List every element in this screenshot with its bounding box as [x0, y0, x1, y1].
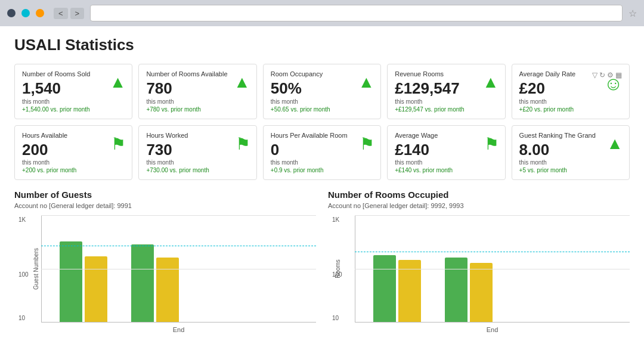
gridline-top-rooms	[355, 215, 630, 216]
rooms-chart-title: Number of Rooms Occupied	[328, 190, 630, 200]
stat-month-r2-0: this month	[22, 159, 125, 166]
stat-card-r1-4: Average Daily Rate ▽ ↻ ⚙ ▦ £20 ☺ this mo…	[512, 64, 630, 119]
dot-teal	[21, 9, 30, 17]
guests-chart-subtitle: Account no [General ledger detail]: 9991	[14, 202, 316, 209]
stat-change-r2-4: +5 vs. prior month	[519, 167, 622, 173]
flag-icon: ⚑	[484, 134, 499, 154]
page-title: USALI Statistics	[14, 36, 630, 54]
gridline-top-guests	[41, 215, 316, 216]
page-content: USALI Statistics Number of Rooms Sold 1,…	[0, 26, 644, 341]
stat-card-r1-1: Number of Rooms Available 780 ▲ this mon…	[138, 64, 256, 119]
up-arrow-icon: ▲	[234, 73, 250, 92]
stat-month-r2-3: this month	[395, 159, 497, 166]
stat-change-r1-3: +£129,547 vs. prior month	[395, 106, 497, 113]
stat-card-r2-2: Hours Per Available Room 0 ⚑ this month …	[263, 125, 381, 181]
stat-month-r2-2: this month	[271, 159, 373, 166]
stat-change-r1-2: +50.65 vs. prior month	[271, 106, 373, 113]
stat-label-r1-3: Revenue Rooms	[395, 70, 444, 78]
address-bar[interactable]	[90, 5, 623, 21]
up-arrow-icon: ▲	[482, 73, 499, 92]
up-arrow-icon: ▲	[606, 134, 623, 153]
guests-bar-green-1	[60, 241, 82, 322]
guests-y-axis-label: Guest Numbers	[33, 248, 39, 290]
stat-label-r1-4: Average Daily Rate	[519, 70, 576, 78]
charts-section: Number of Guests Account no [General led…	[14, 190, 630, 334]
stat-month-r2-4: this month	[519, 159, 622, 166]
stat-change-r1-1: +780 vs. prior month	[146, 106, 249, 113]
back-button[interactable]: <	[54, 8, 68, 19]
stat-label-r2-4: Guest Ranking The Grand	[519, 132, 596, 139]
stat-label-r2-3: Average Wage	[395, 132, 438, 139]
stat-month-r2-1: this month	[146, 159, 249, 166]
y-tick-10-rooms: 10	[332, 315, 339, 321]
rooms-x-label: End	[487, 326, 499, 333]
stat-month-r1-3: this month	[395, 98, 497, 105]
rooms-chart-subtitle: Account no [General ledger detail]: 9992…	[328, 202, 630, 209]
stat-change-r1-0: +1,540.00 vs. prior month	[22, 106, 125, 113]
rooms-bar-yellow-2	[470, 263, 493, 322]
stat-value-r2-0: 200	[22, 141, 125, 159]
y-tick-100-rooms: 100	[332, 271, 342, 278]
y-tick-100-guests: 100	[18, 271, 29, 278]
stat-value-r2-1: 730	[146, 141, 249, 159]
stat-month-r1-2: this month	[271, 98, 373, 105]
stat-change-r2-3: +£140 vs. prior month	[395, 167, 497, 173]
browser-chrome: < > ☆	[0, 0, 644, 26]
stat-label-r2-2: Hours Per Available Room	[271, 132, 348, 139]
stats-row-2: Hours Available 200 ⚑ this month +200 vs…	[14, 125, 630, 181]
stat-change-r2-1: +730.00 vs. prior month	[146, 167, 249, 173]
stat-value-r2-3: £140	[395, 141, 497, 159]
gridline-mid-guests	[41, 269, 316, 269]
rooms-bar-pair-2	[445, 258, 493, 322]
guests-x-label: End	[173, 326, 185, 333]
stats-row-1: Number of Rooms Sold 1,540 ▲ this month …	[14, 64, 630, 119]
gridline-dashed-guests	[41, 246, 316, 246]
stat-label-r1-2: Room Occupancy	[271, 70, 323, 78]
stat-change-r2-2: +0.9 vs. prior month	[271, 167, 373, 173]
flag-icon: ⚑	[360, 134, 374, 154]
stat-change-r2-0: +200 vs. prior month	[22, 167, 125, 173]
rooms-bar-green-2	[445, 258, 467, 322]
stat-month-r1-0: this month	[22, 98, 125, 105]
stat-change-r1-4: +£20 vs. prior month	[519, 106, 622, 113]
stat-month-r1-4: this month	[519, 98, 622, 105]
stat-card-r2-0: Hours Available 200 ⚑ this month +200 vs…	[14, 125, 132, 181]
gridline-dashed-rooms	[355, 252, 630, 252]
rooms-bar-pair-1	[373, 255, 421, 322]
up-arrow-icon: ▲	[358, 73, 374, 92]
rooms-chart-container: Number of Rooms Occupied Account no [Gen…	[328, 190, 630, 334]
flag-icon: ⚑	[111, 134, 126, 154]
y-tick-10-guests: 10	[18, 315, 25, 321]
stat-value-r2-2: 0	[271, 141, 373, 159]
stat-card-r1-2: Room Occupancy 50% ▲ this month +50.65 v…	[263, 64, 381, 119]
flag-icon: ⚑	[236, 134, 250, 154]
stat-label-r1-0: Number of Rooms Sold	[22, 70, 90, 78]
stat-card-r1-0: Number of Rooms Sold 1,540 ▲ this month …	[14, 64, 132, 119]
dot-orange	[36, 9, 44, 17]
smiley-icon: ☺	[603, 73, 623, 95]
guests-bar-pair-1	[60, 241, 107, 322]
guests-bar-pair-2	[131, 244, 179, 322]
stat-card-r1-3: Revenue Rooms £129,547 ▲ this month +£12…	[387, 64, 505, 119]
forward-button[interactable]: >	[70, 8, 85, 19]
dot-dark	[7, 9, 16, 17]
filter-icon[interactable]: ▽	[592, 71, 597, 79]
guests-bar-yellow-1	[85, 256, 107, 322]
stat-label-r2-1: Hours Worked	[146, 132, 188, 139]
up-arrow-icon: ▲	[110, 73, 126, 92]
stat-month-r1-1: this month	[146, 98, 249, 105]
guests-bar-green-2	[131, 244, 154, 322]
stat-card-r2-3: Average Wage £140 ⚑ this month +£140 vs.…	[387, 125, 505, 181]
guests-chart-title: Number of Guests	[14, 190, 316, 200]
guests-chart-container: Number of Guests Account no [General led…	[14, 190, 316, 334]
stat-card-r2-1: Hours Worked 730 ⚑ this month +730.00 vs…	[138, 125, 256, 181]
gridline-mid-rooms	[355, 269, 630, 269]
y-tick-1k-guests: 1K	[18, 216, 26, 223]
bookmark-icon[interactable]: ☆	[628, 8, 637, 19]
guests-bar-yellow-2	[156, 258, 179, 322]
stat-label-r1-1: Number of Rooms Available	[146, 70, 227, 78]
y-tick-1k-rooms: 1K	[332, 216, 339, 223]
stat-label-r2-0: Hours Available	[22, 132, 67, 139]
stat-card-r2-4: Guest Ranking The Grand 8.00 ▲ this mont…	[512, 125, 630, 181]
rooms-bar-green-1	[373, 255, 396, 322]
